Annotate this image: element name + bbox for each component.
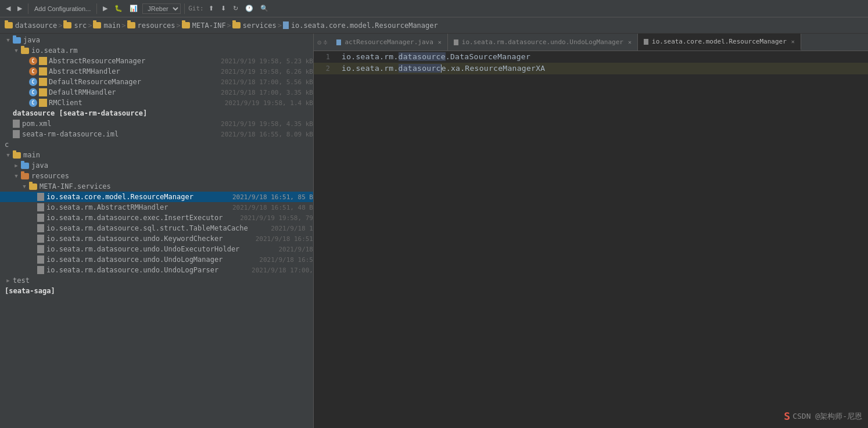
tree-item-main-java[interactable]: ▶ java xyxy=(0,160,313,171)
back-button[interactable]: ◀ xyxy=(3,3,13,13)
code-content: io.seata.rm.datasource.DataSourceManager xyxy=(337,52,868,61)
breadcrumb-sep: > xyxy=(58,21,62,30)
expand-icon: ▼ xyxy=(21,183,28,190)
tree-item-io-seata-rm[interactable]: ▼ io.seata.rm xyxy=(0,45,313,56)
expand-icon: ▼ xyxy=(13,172,20,179)
tree-item-undo-log-manager[interactable]: io.seata.rm.datasource.undo.UndoLogManag… xyxy=(0,254,313,265)
folder-icon xyxy=(21,48,29,54)
settings-icon: ⚙ xyxy=(317,38,321,46)
class-badge: C xyxy=(29,67,37,75)
breadcrumb-file[interactable]: io.seata.core.model.ResourceManager xyxy=(283,21,438,30)
expand-icon: ▼ xyxy=(5,152,12,159)
tree-item-default-resource-manager[interactable]: C DefaultResourceManager 2021/9/18 17:00… xyxy=(0,77,313,87)
class-badge: C xyxy=(29,57,37,65)
split-icon: ≑ xyxy=(323,38,327,46)
source-icon xyxy=(39,88,47,96)
tree-item-main[interactable]: ▼ main xyxy=(0,150,313,160)
tree-item-test: ▶ test xyxy=(0,275,313,286)
watermark: S CSDN @架构师-尼恩 xyxy=(784,410,862,422)
tab-label: io.seata.rm.datasource.undo.UndoLogManag… xyxy=(462,38,623,46)
toolbar-separator xyxy=(28,3,28,14)
git-label: Git: xyxy=(188,5,204,12)
code-line-2: 2 io.seata.rm.datasource.xa.ResourceMana… xyxy=(314,63,868,74)
expand-icon: ▶ xyxy=(13,162,20,169)
file-icon xyxy=(283,21,289,29)
tree-item-seata-saga[interactable]: [seata-saga] xyxy=(0,286,313,296)
editor-area: ⚙ ≑ actResourceManager.java ✕ io.seata.r… xyxy=(314,34,868,428)
forward-button[interactable]: ▶ xyxy=(15,3,24,13)
source-icon xyxy=(39,67,47,75)
close-icon[interactable]: ✕ xyxy=(791,38,795,45)
tree-item-meta-inf-services[interactable]: ▼ META-INF.services xyxy=(0,181,313,192)
breadcrumb-src[interactable]: src xyxy=(63,21,87,30)
file-tree: ▼ java ▼ io.seata.rm C AbstractResourceM… xyxy=(0,34,314,428)
tree-item-keyword-checker[interactable]: io.seata.rm.datasource.undo.KeywordCheck… xyxy=(0,233,313,244)
tree-item-abstract-rm-handler-file[interactable]: io.seata.rm.AbstractRMHandler 2021/9/18 … xyxy=(0,202,313,213)
breadcrumb-resources[interactable]: resources xyxy=(127,21,175,30)
folder-icon xyxy=(127,22,135,28)
file-icon xyxy=(37,193,44,201)
line-number: 2 xyxy=(314,64,337,73)
tree-item-undo-log-parser[interactable]: io.seata.rm.datasource.undo.UndoLogParse… xyxy=(0,265,313,275)
folder-icon xyxy=(29,184,37,190)
folder-icon xyxy=(5,22,13,28)
breadcrumb-metainf[interactable]: META-INF xyxy=(182,21,226,30)
folder-icon xyxy=(13,37,21,44)
tabs-settings[interactable]: ⚙ ≑ xyxy=(314,34,331,51)
tab-undo-log-manager[interactable]: io.seata.rm.datasource.undo.UndoLogManag… xyxy=(448,34,638,51)
csdn-logo: S xyxy=(784,410,790,422)
class-badge: C xyxy=(29,78,37,86)
folder-icon xyxy=(13,152,21,159)
folder-icon xyxy=(63,22,71,28)
run-button[interactable]: ▶ xyxy=(101,3,110,13)
tab-act-resource-manager[interactable]: actResourceManager.java ✕ xyxy=(331,34,447,51)
toolbar: ◀ ▶ Add Configuration... ▶ 🐛 📊 JReber Gi… xyxy=(0,0,868,17)
file-icon xyxy=(37,256,44,264)
tree-item-pom-xml[interactable]: pom.xml 2021/9/19 19:58, 4.35 kB xyxy=(0,118,313,129)
tree-item-rm-client[interactable]: C RMClient 2021/9/19 19:58, 1.4 kB xyxy=(0,98,313,108)
source-icon xyxy=(39,78,47,86)
breadcrumb-datasource[interactable]: datasource xyxy=(5,21,57,30)
runner-dropdown[interactable]: JReber xyxy=(142,3,181,14)
folder-icon xyxy=(182,22,190,28)
highlight-datasource2: datasourc xyxy=(399,64,441,73)
vcs-button[interactable]: ↻ xyxy=(231,3,241,13)
highlight-datasource: datasource xyxy=(399,52,446,61)
tree-item-abstract-rm-handler[interactable]: C AbstractRMHandler 2021/9/19 19:58, 6.2… xyxy=(0,66,313,77)
code-editor[interactable]: 1 io.seata.rm.datasource.DataSourceManag… xyxy=(314,51,868,428)
profile-button[interactable]: 📊 xyxy=(127,3,140,13)
tree-item-default-rm-handler[interactable]: C DefaultRMHandler 2021/9/18 17:00, 3.35… xyxy=(0,87,313,98)
tree-item-iml[interactable]: seata-rm-datasource.iml 2021/9/18 16:55,… xyxy=(0,129,313,139)
tree-item-c: c xyxy=(0,139,313,150)
history-button[interactable]: 🕐 xyxy=(243,3,256,13)
main-layout: ▼ java ▼ io.seata.rm C AbstractResourceM… xyxy=(0,34,868,428)
close-icon[interactable]: ✕ xyxy=(438,39,442,45)
tree-item-java[interactable]: ▼ java xyxy=(0,35,313,45)
debug-button[interactable]: 🐛 xyxy=(112,3,125,13)
watermark-text: CSDN @架构师-尼恩 xyxy=(792,411,862,422)
file-icon xyxy=(37,224,44,232)
search-button[interactable]: 🔍 xyxy=(258,3,271,13)
close-icon[interactable]: ✕ xyxy=(628,39,632,45)
folder-icon xyxy=(21,163,29,169)
tab-label: actResourceManager.java xyxy=(345,38,433,46)
expand-icon: ▼ xyxy=(5,37,12,44)
tree-item-table-meta-cache[interactable]: io.seata.rm.datasource.sql.struct.TableM… xyxy=(0,223,313,233)
file-icon xyxy=(13,120,20,128)
tree-item-abstract-resource-manager[interactable]: C AbstractResourceManager 2021/9/19 19:5… xyxy=(0,56,313,66)
breadcrumb-main[interactable]: main xyxy=(93,21,120,30)
git-pull-button[interactable]: ⬇ xyxy=(218,3,228,13)
tree-item-insert-executor[interactable]: io.seata.rm.datasource.exec.InsertExecut… xyxy=(0,213,313,223)
file-icon xyxy=(37,235,44,243)
tabs-bar: ⚙ ≑ actResourceManager.java ✕ io.seata.r… xyxy=(314,34,868,51)
breadcrumb-services[interactable]: services xyxy=(232,21,277,30)
tree-item-undo-executor-holder[interactable]: io.seata.rm.datasource.undo.UndoExecutor… xyxy=(0,244,313,254)
tree-item-datasource-label[interactable]: datasource [seata-rm-datasource] xyxy=(0,108,313,118)
tab-resource-manager[interactable]: io.seata.core.model.ResourceManager ✕ xyxy=(638,34,801,51)
source-icon xyxy=(39,57,47,65)
expand-icon: ▼ xyxy=(13,47,20,54)
git-button[interactable]: ⬆ xyxy=(206,3,216,13)
tree-item-resource-manager[interactable]: io.seata.core.model.ResourceManager 2021… xyxy=(0,192,313,202)
tree-item-resources[interactable]: ▼ resources xyxy=(0,171,313,181)
add-config-button[interactable]: Add Configuration... xyxy=(32,4,93,13)
